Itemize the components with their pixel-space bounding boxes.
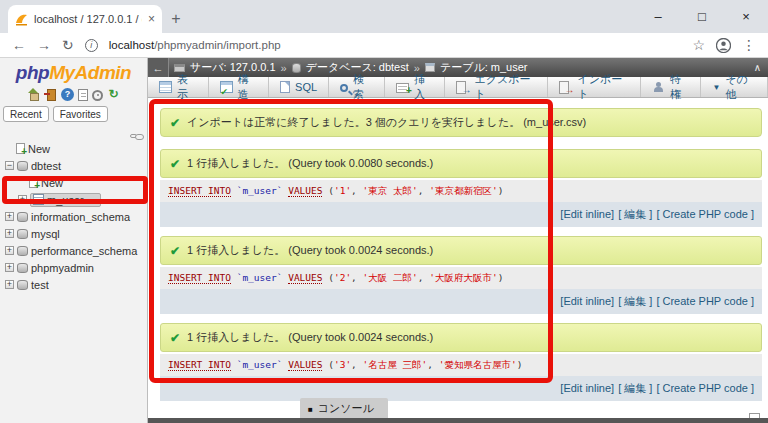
navigation-sidebar: phpMyAdmin ? ↻ Recent Favorites New − db… (0, 58, 148, 423)
insert-success-message: ✔ 1 行挿入しました。 (Query took 0.0024 seconds.… (160, 323, 762, 352)
maximize-button[interactable]: □ (680, 0, 724, 33)
sidebar-item-dbtest[interactable]: − dbtest (5, 157, 147, 174)
insert-success-text: 1 行挿入しました。 (Query took 0.0024 seconds.) (187, 330, 433, 345)
forward-icon[interactable]: → (37, 37, 51, 53)
tree-item-label: test (31, 279, 49, 291)
search-tab-icon (340, 84, 348, 92)
insert-success-text: 1 行挿入しました。 (Query took 0.0080 seconds.) (187, 156, 433, 171)
tab-search[interactable]: 検索 (329, 77, 385, 97)
tree-item-label: mysql (31, 228, 60, 240)
home-icon[interactable] (27, 88, 40, 101)
documentation-icon[interactable] (78, 89, 88, 101)
database-icon (17, 263, 28, 273)
edit-link[interactable]: [ 編集 ] (618, 208, 652, 220)
address-bar: ← → ↻ i localhost/phpmyadmin/import.php … (0, 33, 768, 58)
sidebar-item-new[interactable]: New (16, 140, 147, 157)
expander-icon[interactable]: + (5, 229, 14, 238)
server-icon (174, 64, 185, 72)
tab-structure[interactable]: 構造 (209, 77, 270, 97)
reload-icon[interactable]: ↻ (62, 37, 74, 53)
tab-sql[interactable]: SQL (269, 77, 329, 97)
console-toggle[interactable]: ■コンソール (300, 398, 388, 418)
tree-item-label: information_schema (31, 211, 130, 223)
logo-myadmin-text: MyAdmin (49, 62, 131, 83)
edit-link[interactable]: [ 編集 ] (618, 295, 652, 307)
tree-item-label: dbtest (31, 160, 61, 172)
database-icon (17, 246, 28, 256)
tab-priv[interactable]: 特権 (641, 77, 702, 97)
query-action-links: [Edit inline][ 編集 ][ Create PHP code ] (160, 376, 762, 401)
minimize-button[interactable]: – (636, 0, 680, 33)
edit-inline-link[interactable]: [Edit inline] (560, 382, 614, 394)
hide-navigation-icon[interactable]: ← (148, 58, 169, 77)
newtable-icon (29, 177, 38, 188)
browser-tab[interactable]: localhost / 127.0.0.1 / dbtest / m_ × (8, 5, 162, 33)
tab-more[interactable]: ▼ その他 (701, 77, 768, 97)
quick-access-buttons: Recent Favorites (0, 104, 147, 124)
query-action-links: [Edit inline][ 編集 ][ Create PHP code ] (160, 289, 762, 314)
url-path: /phpmyadmin/import.php (154, 39, 281, 51)
sidebar-item-test[interactable]: + test (5, 276, 147, 293)
sql-statement: INSERT INTO `m_user` VALUES ('1', '東京 太郎… (160, 180, 762, 202)
expander-icon[interactable]: + (18, 195, 27, 204)
expander-icon[interactable]: + (5, 212, 14, 221)
sidebar-item-performance_schema[interactable]: + performance_schema (5, 242, 147, 259)
breadcrumb-server[interactable]: サーバ: 127.0.0.1 (190, 60, 276, 75)
query-result-block: ✔ 1 行挿入しました。 (Query took 0.0080 seconds.… (160, 149, 762, 227)
reload-navigation-icon[interactable]: ↻ (107, 88, 120, 101)
profile-avatar-icon[interactable] (716, 38, 731, 53)
table-icon (33, 194, 44, 205)
edit-inline-link[interactable]: [Edit inline] (560, 208, 614, 220)
bookmark-star-icon[interactable]: ☆ (692, 37, 705, 53)
database-icon (17, 229, 28, 239)
create-php-code-link[interactable]: [ Create PHP code ] (656, 295, 754, 307)
tab-insert[interactable]: 挿入 (385, 77, 446, 97)
create-php-code-link[interactable]: [ Create PHP code ] (656, 382, 754, 394)
page-info-icon[interactable]: i (85, 39, 98, 52)
query-results: ✔ 1 行挿入しました。 (Query took 0.0080 seconds.… (160, 149, 762, 401)
sidebar-item-information_schema[interactable]: + information_schema (5, 208, 147, 225)
overflow-menu-icon[interactable]: ⋮ (742, 37, 756, 53)
settings-icon[interactable] (92, 90, 103, 101)
expander-icon[interactable]: + (5, 246, 14, 255)
sidebar-item-m_user[interactable]: + m_user (18, 191, 147, 208)
tree-item-label: performance_schema (31, 245, 137, 257)
database-icon (17, 280, 28, 290)
recent-button[interactable]: Recent (3, 106, 49, 122)
back-icon[interactable]: ← (12, 37, 26, 53)
console-bar[interactable] (148, 418, 768, 423)
tab-browse[interactable]: 表示 (148, 77, 209, 97)
check-icon: ✔ (170, 157, 180, 171)
close-button[interactable]: × (724, 0, 768, 33)
tab-export[interactable]: エクスポート (445, 77, 548, 97)
link-with-main-panel-icon[interactable] (130, 134, 137, 138)
expander-icon[interactable]: + (5, 263, 14, 272)
console-label: コンソール (318, 402, 374, 414)
help-icon[interactable]: ? (61, 88, 74, 101)
link-row (0, 124, 147, 138)
sidebar-item-phpmyadmin[interactable]: + phpmyadmin (5, 259, 147, 276)
expander-icon[interactable]: − (5, 161, 14, 170)
edit-inline-link[interactable]: [Edit inline] (560, 295, 614, 307)
create-php-code-link[interactable]: [ Create PHP code ] (656, 208, 754, 220)
logo-php-text: php (16, 62, 49, 83)
logout-icon[interactable] (44, 88, 57, 101)
sql-statement: INSERT INTO `m_user` VALUES ('2', '大阪 二郎… (160, 267, 762, 289)
tree-item-label: phpmyadmin (31, 262, 94, 274)
browser-tab-strip: localhost / 127.0.0.1 / dbtest / m_ × + … (0, 0, 768, 33)
sidebar-item-mysql[interactable]: + mysql (5, 225, 147, 242)
edit-link[interactable]: [ 編集 ] (618, 382, 652, 394)
favorites-button[interactable]: Favorites (53, 106, 108, 122)
phpmyadmin-logo[interactable]: phpMyAdmin (0, 58, 147, 84)
url-field[interactable]: localhost/phpmyadmin/import.php (109, 39, 682, 51)
browse-tab-icon (159, 81, 172, 93)
sql-statement: INSERT INTO `m_user` VALUES ('3', '名古屋 三… (160, 354, 762, 376)
tree-item-label: New (41, 177, 63, 189)
check-icon: ✔ (170, 331, 180, 345)
expander-icon[interactable]: + (5, 280, 14, 289)
tab-import[interactable]: インポート (548, 77, 640, 97)
new-tab-button[interactable]: + (162, 5, 190, 33)
structure-tab-icon (220, 81, 233, 93)
sidebar-item-new[interactable]: New (29, 174, 147, 191)
tab-close-icon[interactable]: × (148, 12, 155, 26)
